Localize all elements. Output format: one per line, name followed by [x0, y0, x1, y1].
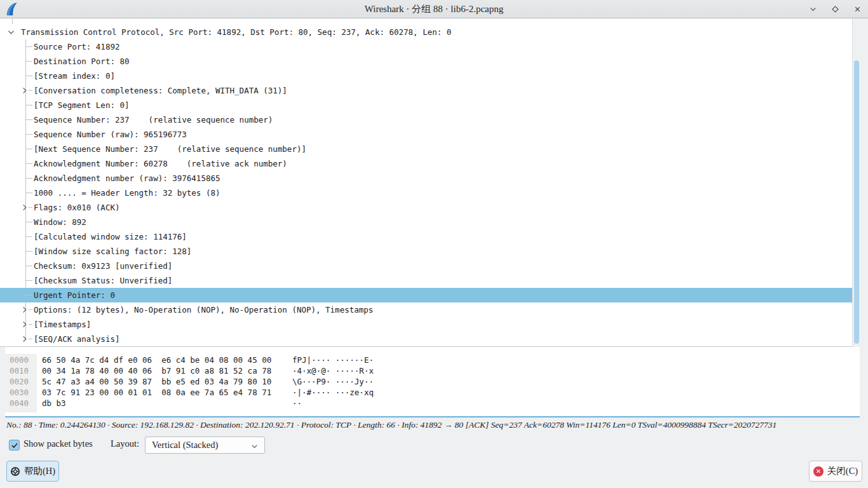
close-window-icon[interactable]: [853, 5, 862, 14]
hex-bytes[interactable]: 5c 47 a3 a4 00 50 39 87 bb e5 ed 03 4a 7…: [42, 376, 271, 387]
tree-guide-tick: [25, 266, 32, 266]
tree-row[interactable]: [SEQ/ACK analysis]: [0, 332, 860, 346]
tree-row[interactable]: Destination Port: 80: [0, 54, 860, 69]
tree-row-label: Acknowledgment Number: 60278 (relative a…: [34, 156, 287, 171]
tree-row[interactable]: 1000 .... = Header Length: 32 bytes (8): [0, 186, 860, 200]
tree-row[interactable]: Checksum: 0x9123 [unverified]: [0, 259, 860, 273]
hex-dump-pane: 000066 50 4a 7c d4 df e0 06 e6 c4 be 04 …: [5, 347, 860, 417]
tree-row-label: Window: 892: [34, 215, 86, 229]
close-red-icon: ✕: [813, 466, 824, 477]
help-icon: [10, 466, 20, 477]
tree-guide-tick: [25, 105, 32, 105]
close-button[interactable]: ✕ 关闭(C): [809, 461, 862, 482]
layout-label: Layout:: [111, 438, 139, 449]
tree-row-label: [Conversation completeness: Complete, WI…: [34, 83, 287, 98]
expander-closed-icon[interactable]: [20, 335, 28, 342]
tree-row[interactable]: [Window size scaling factor: 128]: [0, 244, 860, 259]
help-button[interactable]: 帮助(H): [6, 461, 59, 482]
hex-offset: 0010: [10, 365, 29, 376]
tree-row-label: [SEQ/ACK analysis]: [34, 332, 119, 346]
hex-bytes[interactable]: 00 34 1a 78 40 00 40 06 b7 91 c0 a8 81 5…: [42, 365, 271, 376]
hex-row[interactable]: 0040db b3··: [5, 398, 860, 409]
help-button-label: 帮助(H): [24, 465, 55, 477]
hex-ascii[interactable]: ·4·x@·@· ·····R·x: [292, 365, 374, 376]
tree-guide-tick: [29, 339, 32, 339]
tree-guide-tick: [29, 207, 32, 208]
hex-ascii[interactable]: \G···P9· ····Jy··: [292, 376, 374, 387]
hex-row[interactable]: 00205c 47 a3 a4 00 50 39 87 bb e5 ed 03 …: [5, 376, 860, 387]
tree-row[interactable]: [Timestamps]: [0, 317, 860, 332]
tree-row[interactable]: [Next Sequence Number: 237 (relative seq…: [0, 142, 860, 156]
maximize-icon[interactable]: [831, 5, 839, 14]
tree-row-label: Sequence Number (raw): 965196773: [34, 127, 187, 142]
tree-guide-tick: [25, 76, 32, 76]
hex-bytes[interactable]: 03 7c 91 23 00 00 01 01 08 0a ee 7a 65 e…: [42, 387, 271, 398]
minimize-icon[interactable]: [808, 5, 817, 14]
hex-offset: 0030: [10, 387, 29, 398]
tree-guide-tick: [25, 134, 32, 135]
hex-row[interactable]: 003003 7c 91 23 00 00 01 01 08 0a ee 7a …: [5, 387, 860, 398]
tree-row[interactable]: Urgent Pointer: 0: [0, 288, 860, 302]
tree-guide-tick: [25, 46, 32, 47]
tree-row-label: [Calculated window size: 114176]: [34, 229, 187, 244]
tree-row-label: Transmission Control Protocol, Src Port:…: [21, 25, 451, 39]
tree-row-label: [Next Sequence Number: 237 (relative seq…: [34, 142, 306, 156]
tree-row-label: [Timestamps]: [34, 317, 91, 332]
hex-offset: 0040: [10, 398, 29, 409]
tree-row[interactable]: Flags: 0x010 (ACK): [0, 200, 860, 215]
tree-row[interactable]: Source Port: 41892: [0, 39, 860, 54]
titlebar: Wireshark · 分组 88 · lib6-2.pcapng: [0, 0, 868, 18]
tree-scrollbar[interactable]: [852, 18, 860, 347]
tree-row[interactable]: [Stream index: 0]: [0, 69, 860, 83]
tree-guide-line: [12, 18, 13, 24]
tree-row[interactable]: [Conversation completeness: Complete, WI…: [0, 83, 860, 98]
tree-row-label: Destination Port: 80: [34, 54, 130, 69]
show-packet-bytes-label[interactable]: Show packet bytes: [24, 438, 93, 449]
tree-row-label: [Stream index: 0]: [34, 69, 115, 83]
tree-guide-tick: [25, 119, 32, 120]
close-button-label: 关闭(C): [827, 465, 858, 477]
hex-ascii[interactable]: ·|·#···· ···ze·xq: [292, 387, 374, 398]
tree-row[interactable]: Acknowledgment Number: 60278 (relative a…: [0, 156, 860, 171]
packet-tree: Transmission Control Protocol, Src Port:…: [0, 18, 860, 347]
hex-bytes[interactable]: db b3: [42, 398, 66, 409]
tree-row[interactable]: Options: (12 bytes), No-Operation (NOP),…: [0, 302, 860, 317]
expander-closed-icon[interactable]: [20, 203, 28, 211]
tree-row-label: 1000 .... = Header Length: 32 bytes (8): [34, 186, 220, 200]
expander-closed-icon[interactable]: [20, 320, 28, 328]
layout-select[interactable]: Vertical (Stacked): [145, 437, 265, 454]
hex-ascii[interactable]: ··: [292, 398, 302, 409]
tree-guide-tick: [29, 309, 32, 310]
hex-bytes[interactable]: 66 50 4a 7c d4 df e0 06 e6 c4 be 04 08 0…: [42, 355, 271, 365]
tree-guide-tick: [25, 222, 32, 222]
tree-guide-tick: [29, 90, 32, 91]
tree-row[interactable]: Window: 892: [0, 215, 860, 229]
tree-row-label: [Checksum Status: Unverified]: [34, 273, 172, 288]
tree-row[interactable]: [Calculated window size: 114176]: [0, 229, 860, 244]
tree-guide-tick: [25, 163, 32, 164]
tree-row-root[interactable]: Transmission Control Protocol, Src Port:…: [0, 25, 860, 39]
tree-row[interactable]: [TCP Segment Len: 0]: [0, 98, 860, 112]
tree-guide-tick: [25, 61, 32, 62]
hex-row[interactable]: 001000 34 1a 78 40 00 40 06 b7 91 c0 a8 …: [5, 365, 860, 376]
chevron-down-icon: [250, 442, 259, 451]
hex-row[interactable]: 000066 50 4a 7c d4 df e0 06 e6 c4 be 04 …: [5, 355, 860, 365]
tree-guide-tick: [25, 280, 32, 281]
hex-offset: 0020: [10, 376, 29, 387]
tree-row-label: [TCP Segment Len: 0]: [34, 98, 130, 112]
tree-row[interactable]: Sequence Number (raw): 965196773: [0, 127, 860, 142]
tree-scrollbar-thumb[interactable]: [854, 60, 859, 344]
show-packet-bytes-checkbox[interactable]: [9, 440, 20, 451]
expander-open-icon[interactable]: [7, 28, 15, 36]
tree-row-label: Source Port: 41892: [34, 39, 119, 54]
expander-closed-icon[interactable]: [20, 86, 28, 94]
tree-row[interactable]: Sequence Number: 237 (relative sequence …: [0, 112, 860, 127]
wireshark-fin-icon: [5, 2, 19, 17]
expander-closed-icon[interactable]: [20, 306, 28, 313]
tree-row-label: Flags: 0x010 (ACK): [34, 200, 119, 215]
tree-row[interactable]: [Checksum Status: Unverified]: [0, 273, 860, 288]
tree-row[interactable]: Acknowledgment number (raw): 3976415865: [0, 171, 860, 186]
hex-ascii[interactable]: fPJ|···· ······E·: [292, 355, 374, 365]
packet-summary-line: No.: 88 · Time: 0.244264130 · Source: 19…: [6, 420, 861, 432]
tree-guide-tick: [25, 149, 32, 149]
